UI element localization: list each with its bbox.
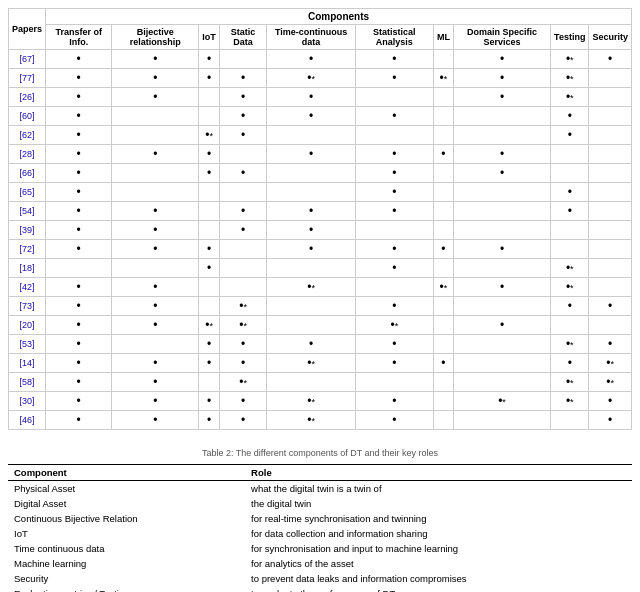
cell: • — [219, 88, 267, 107]
cell: •* — [551, 278, 589, 297]
cell: • — [46, 373, 112, 392]
cell: • — [453, 164, 550, 183]
table2-component-header: Component — [8, 465, 245, 481]
cell: •* — [551, 69, 589, 88]
table2-role-header: Role — [245, 465, 632, 481]
paper-ref[interactable]: [66] — [9, 164, 46, 183]
cell — [453, 297, 550, 316]
cell — [199, 297, 220, 316]
paper-ref[interactable]: [60] — [9, 107, 46, 126]
paper-ref[interactable]: [20] — [9, 316, 46, 335]
paper-ref[interactable]: [30] — [9, 392, 46, 411]
paper-ref[interactable]: [67] — [9, 50, 46, 69]
paper-ref[interactable]: [62] — [9, 126, 46, 145]
cell: • — [219, 411, 267, 430]
table-row: [28]••••••• — [9, 145, 632, 164]
table-row: [60]••••• — [9, 107, 632, 126]
cell: • — [112, 392, 199, 411]
cell: • — [453, 240, 550, 259]
cell: • — [267, 145, 355, 164]
components-table: Papers Components Transfer of Info.Bijec… — [8, 8, 632, 430]
cell — [453, 373, 550, 392]
cell: • — [46, 240, 112, 259]
paper-ref[interactable]: [14] — [9, 354, 46, 373]
cell: • — [46, 297, 112, 316]
cell: • — [199, 354, 220, 373]
cell: • — [46, 278, 112, 297]
cell: • — [551, 107, 589, 126]
component-role: what the digital twin is a twin of — [245, 481, 632, 497]
column-header: Security — [589, 25, 632, 50]
paper-ref[interactable]: [28] — [9, 145, 46, 164]
cell: • — [46, 202, 112, 221]
paper-ref[interactable]: [18] — [9, 259, 46, 278]
cell: • — [199, 392, 220, 411]
cell — [433, 411, 453, 430]
list-item: Continuous Bijective Relationfor real-ti… — [8, 511, 632, 526]
cell — [433, 164, 453, 183]
paper-ref[interactable]: [46] — [9, 411, 46, 430]
paper-ref[interactable]: [39] — [9, 221, 46, 240]
cell: •* — [267, 278, 355, 297]
cell — [433, 335, 453, 354]
paper-ref[interactable]: [54] — [9, 202, 46, 221]
component-name: Evaluation metrics / Testing — [8, 586, 245, 592]
component-name: Digital Asset — [8, 496, 245, 511]
cell: •* — [551, 259, 589, 278]
cell — [589, 202, 632, 221]
paper-ref[interactable]: [65] — [9, 183, 46, 202]
paper-ref[interactable]: [58] — [9, 373, 46, 392]
cell: • — [355, 335, 433, 354]
cell: • — [46, 316, 112, 335]
cell — [433, 50, 453, 69]
column-header: Transfer of Info. — [46, 25, 112, 50]
cell: • — [112, 145, 199, 164]
cell — [433, 88, 453, 107]
cell: • — [112, 202, 199, 221]
cell — [199, 373, 220, 392]
cell: • — [219, 202, 267, 221]
cell: • — [219, 126, 267, 145]
cell — [551, 221, 589, 240]
cell: • — [453, 278, 550, 297]
cell: • — [46, 183, 112, 202]
cell — [589, 316, 632, 335]
cell: • — [551, 126, 589, 145]
cell — [199, 221, 220, 240]
table-row: [42]•••*•*••* — [9, 278, 632, 297]
paper-ref[interactable]: [53] — [9, 335, 46, 354]
cell: • — [112, 240, 199, 259]
cell: • — [112, 297, 199, 316]
table-row: [14]•••••*••••* — [9, 354, 632, 373]
cell: • — [551, 354, 589, 373]
cell: • — [112, 278, 199, 297]
cell: •* — [199, 316, 220, 335]
cell: • — [199, 240, 220, 259]
list-item: Time continuous datafor synchronisation … — [8, 541, 632, 556]
paper-ref[interactable]: [77] — [9, 69, 46, 88]
paper-ref[interactable]: [42] — [9, 278, 46, 297]
cell — [267, 373, 355, 392]
component-name: Security — [8, 571, 245, 586]
cell — [453, 107, 550, 126]
cell: • — [355, 145, 433, 164]
cell — [433, 392, 453, 411]
cell — [551, 145, 589, 164]
cell: •* — [267, 411, 355, 430]
cell — [267, 297, 355, 316]
cell — [453, 411, 550, 430]
column-header: Bijective relationship — [112, 25, 199, 50]
component-role: for data collection and information shar… — [245, 526, 632, 541]
paper-ref[interactable]: [72] — [9, 240, 46, 259]
paper-ref[interactable]: [73] — [9, 297, 46, 316]
cell — [589, 221, 632, 240]
paper-ref[interactable]: [26] — [9, 88, 46, 107]
cell: • — [589, 335, 632, 354]
cell — [589, 88, 632, 107]
cell — [433, 373, 453, 392]
cell: • — [267, 221, 355, 240]
cell: • — [46, 411, 112, 430]
component-name: IoT — [8, 526, 245, 541]
cell — [589, 164, 632, 183]
column-header: IoT — [199, 25, 220, 50]
